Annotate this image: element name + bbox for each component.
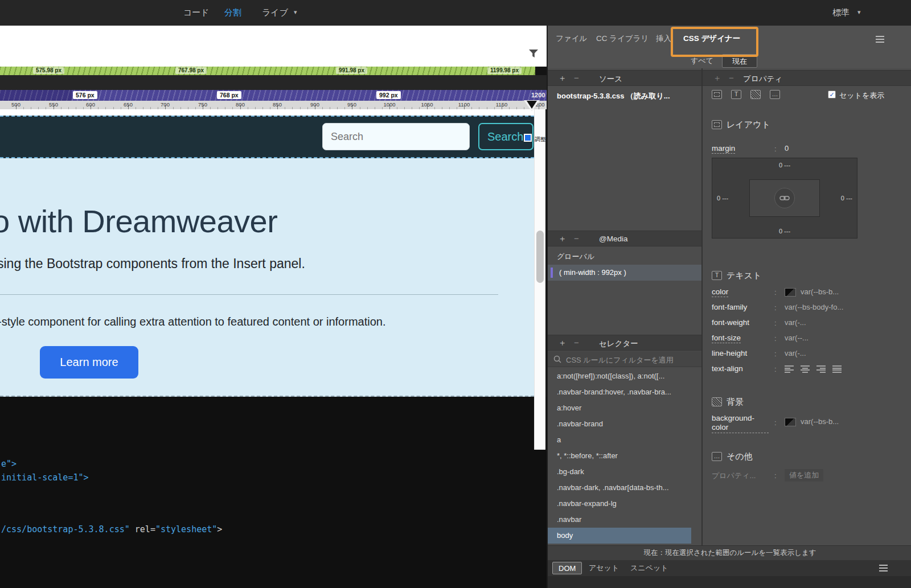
selector-item[interactable]: .navbar [548, 512, 691, 528]
margin-value[interactable]: 0 [785, 144, 789, 153]
add-selector-button[interactable]: ＋ [558, 338, 567, 348]
scope-all-button[interactable]: すべて [684, 54, 720, 68]
link-margins-toggle[interactable] [774, 188, 795, 208]
background-color-swatch[interactable] [785, 418, 796, 426]
font-weight-label[interactable]: font-weight [712, 318, 749, 327]
media-item-global[interactable]: グローバル [548, 249, 701, 265]
text-align-center-icon[interactable] [801, 365, 810, 373]
add-property-button[interactable]: ＋ [713, 73, 721, 84]
text-align-left-icon[interactable] [785, 365, 794, 373]
selector-item[interactable]: *, *::before, *::after [548, 448, 691, 464]
selector-item[interactable]: a:hover [548, 400, 691, 416]
category-text-icon[interactable]: T [731, 90, 741, 99]
text-align-justify-icon[interactable] [832, 365, 842, 373]
ruler-tick: 1150 [496, 101, 507, 108]
remove-source-button[interactable]: − [574, 73, 579, 83]
media-bar-gap [0, 75, 547, 90]
margin-left-value[interactable]: 0 --- [717, 195, 728, 202]
ruler-tick: 950 [347, 101, 356, 108]
background-color-label[interactable]: background-color [712, 414, 769, 433]
font-family-value[interactable]: var(--bs-body-fo... [785, 303, 843, 311]
breakpoint-label: 1199.98 px [487, 67, 522, 74]
font-size-value[interactable]: var(--... [785, 334, 809, 342]
panel-group: ファイル CC ライブラリ 挿入 CSS デザイナー すべて 現在 ＋ − ソー… [547, 26, 911, 588]
line-height-value[interactable]: var(-... [785, 349, 806, 357]
search-input[interactable] [322, 123, 470, 150]
text-align-right-icon[interactable] [816, 365, 826, 373]
margin-bottom-value[interactable]: 0 --- [779, 228, 790, 235]
media-query-filter-icon[interactable] [528, 49, 539, 61]
colon: : [774, 145, 777, 153]
viewport-scrubber-handle[interactable] [524, 100, 541, 112]
selector-item-body-selected[interactable]: body [548, 528, 691, 544]
colon: : [774, 418, 777, 427]
media-item-min-width-992[interactable]: ( min-width : 992px ) [548, 265, 701, 281]
panel-tab-css-designer[interactable]: CSS デザイナー [683, 34, 740, 44]
view-tab-live[interactable]: ライブ [262, 7, 288, 18]
element-resize-handle[interactable] [524, 134, 532, 142]
background-color-value[interactable]: var(--bs-b... [801, 417, 839, 426]
panel-menu-icon[interactable] [876, 36, 884, 43]
remove-media-button[interactable]: − [574, 233, 579, 243]
learn-more-button[interactable]: Learn more [40, 346, 138, 379]
category-layout-icon[interactable] [712, 90, 722, 99]
color-label[interactable]: color [712, 287, 728, 297]
remove-selector-button[interactable]: − [574, 338, 579, 347]
view-tab-code[interactable]: コード [183, 7, 210, 18]
media-query-bar-max-width[interactable]: 575.98 px 767.98 px 991.98 px 1199.98 px [0, 67, 535, 75]
ruler-tick: 700 [161, 101, 170, 108]
code-line: /css/bootstrap-5.3.8.css" rel="styleshee… [1, 524, 222, 534]
column-divider [701, 68, 703, 545]
margin-right-value[interactable]: 0 --- [841, 195, 852, 202]
category-more-icon[interactable]: … [770, 90, 780, 99]
code-view[interactable]: e"> initial-scale=1"> /css/bootstrap-5.3… [0, 397, 547, 588]
bottom-tab-snippets[interactable]: スニペット [625, 562, 674, 574]
panel-tab-insert[interactable]: 挿入 [656, 34, 671, 44]
ruler-tick: 850 [273, 101, 282, 108]
font-size-label[interactable]: font-size [712, 334, 741, 343]
horizontal-ruler: 500 550 600 650 700 750 800 850 900 950 … [0, 101, 547, 109]
color-swatch[interactable] [785, 288, 796, 297]
add-source-button[interactable]: ＋ [558, 73, 567, 84]
selector-item[interactable]: .navbar-expand-lg [548, 496, 691, 512]
font-weight-value[interactable]: var(-... [785, 318, 806, 327]
add-property-placeholder[interactable]: プロパティ... [712, 471, 756, 481]
live-navbar[interactable]: Search [0, 116, 534, 158]
panel-tab-files[interactable]: ファイル [556, 34, 587, 44]
line-height-label[interactable]: line-height [712, 349, 747, 357]
bottom-tab-dom[interactable]: DOM [552, 562, 582, 574]
text-align-label[interactable]: text-align [712, 364, 743, 373]
selector-item[interactable]: a:not([href]):not([class]), a:not([... [548, 368, 691, 384]
selector-item[interactable]: .navbar-brand [548, 416, 691, 432]
selector-filter-input[interactable] [565, 353, 698, 367]
source-item[interactable]: bootstrap-5.3.8.css （読み取り... [548, 88, 701, 104]
font-family-label[interactable]: font-family [712, 303, 747, 311]
selector-item[interactable]: .bg-dark [548, 464, 691, 480]
workspace-dropdown-icon[interactable]: ▾ [857, 9, 861, 16]
selector-item[interactable]: .navbar-dark, .navbar[data-bs-th... [548, 480, 691, 496]
media-query-bar-min-width[interactable]: 576 px 768 px 992 px 1200 [0, 90, 547, 101]
panel-tab-cc-libraries[interactable]: CC ライブラリ [596, 34, 649, 44]
jumbotron-subtitle: sing the Bootstrap components from the I… [0, 256, 305, 272]
category-background-icon[interactable] [750, 90, 761, 99]
live-view-dropdown-icon[interactable]: ▾ [294, 9, 297, 16]
bottom-tab-assets[interactable]: アセット [583, 562, 625, 574]
add-value-placeholder[interactable]: 値を追加 [785, 469, 823, 482]
add-media-button[interactable]: ＋ [558, 233, 567, 244]
live-view-scrollbar[interactable] [534, 109, 545, 450]
selector-item[interactable]: a [548, 432, 691, 448]
workspace-switcher[interactable]: 標準 [832, 7, 850, 18]
search-button-label: Search [487, 130, 523, 143]
scope-current-button[interactable]: 現在 [722, 54, 757, 68]
margin-top-value[interactable]: 0 --- [779, 162, 790, 168]
view-tab-split[interactable]: 分割 [224, 7, 241, 18]
remove-property-button[interactable]: − [729, 73, 734, 83]
color-value[interactable]: var(--bs-b... [801, 287, 839, 296]
scrollbar-thumb[interactable] [536, 231, 544, 283]
dreamweaver-window: コード 分割 ライブ ▾ 標準 ▾ 575.98 px 767.98 px 99… [0, 0, 911, 588]
bottom-panel-menu-icon[interactable] [879, 565, 888, 571]
selector-item[interactable]: .navbar-brand:hover, .navbar-bra... [548, 384, 691, 400]
margin-label[interactable]: margin [712, 144, 735, 154]
show-set-checkbox[interactable]: ✓ [828, 91, 836, 98]
box-model-diagram: 0 --- 0 --- 0 --- 0 --- [712, 158, 857, 239]
